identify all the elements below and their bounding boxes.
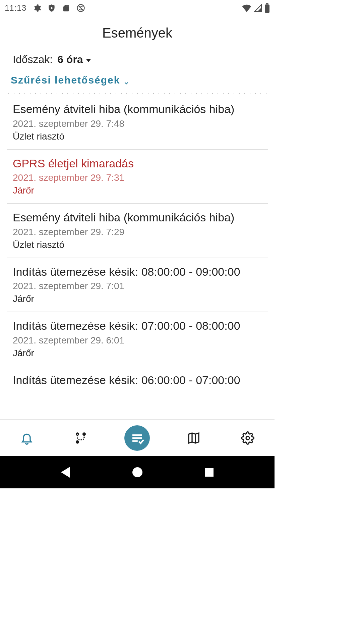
event-list[interactable]: Esemény átviteli hiba (kommunikációs hib… — [0, 95, 275, 419]
event-source: Járőr — [13, 293, 262, 304]
event-title: Esemény átviteli hiba (kommunikációs hib… — [13, 210, 262, 225]
page-title: Események — [0, 16, 275, 47]
nav-events-active[interactable] — [124, 425, 150, 451]
event-source: Üzlet riasztó — [13, 239, 262, 250]
event-title: Esemény átviteli hiba (kommunikációs hib… — [13, 102, 262, 116]
event-item[interactable]: GPRS életjel kimaradás 2021. szeptember … — [7, 150, 268, 204]
period-label: Időszak: — [13, 53, 53, 66]
period-selector-row: Időszak: 6 óra — [0, 47, 275, 69]
svg-marker-10 — [189, 433, 199, 443]
event-item[interactable]: Indítás ütemezése késik: 07:00:00 - 08:0… — [7, 312, 268, 366]
wifi-icon — [242, 4, 252, 12]
event-source: Üzlet riasztó — [13, 131, 262, 142]
event-date: 2021. szeptember 29. 7:29 — [13, 227, 262, 237]
event-item[interactable]: Esemény átviteli hiba (kommunikációs hib… — [7, 204, 268, 258]
svg-point-13 — [246, 436, 249, 440]
svg-rect-3 — [266, 3, 268, 5]
event-source: Járőr — [13, 348, 262, 359]
period-dropdown[interactable]: 6 óra — [57, 53, 91, 66]
nav-settings[interactable] — [238, 428, 258, 448]
no-sync-icon — [76, 3, 85, 13]
event-item[interactable]: Indítás ütemezése késik: 08:00:00 - 09:0… — [7, 258, 268, 312]
nav-route[interactable] — [71, 428, 91, 448]
home-key[interactable] — [131, 466, 144, 479]
caret-down-icon — [86, 59, 91, 62]
sd-card-icon — [62, 4, 70, 12]
cell-signal-icon — [254, 4, 262, 12]
battery-icon — [264, 3, 270, 13]
bottom-nav — [0, 419, 275, 456]
svg-point-4 — [76, 433, 79, 435]
shield-play-icon — [47, 4, 56, 12]
status-left-cluster: 11:13 — [5, 3, 85, 13]
event-item[interactable]: Indítás ütemezése késik: 06:00:00 - 07:0… — [7, 366, 268, 391]
chevron-down-icon — [123, 77, 129, 83]
event-date: 2021. szeptember 29. 7:01 — [13, 281, 262, 291]
dotted-divider — [6, 93, 268, 94]
filter-toggle[interactable]: Szűrési lehetőségek — [0, 69, 275, 93]
nav-alerts[interactable] — [17, 428, 37, 448]
event-date: 2021. szeptember 29. 7:48 — [13, 118, 262, 129]
event-title: Indítás ütemezése késik: 07:00:00 - 08:0… — [13, 319, 262, 333]
filter-label: Szűrési lehetőségek — [11, 74, 120, 86]
event-title: Indítás ütemezése késik: 08:00:00 - 09:0… — [13, 265, 262, 279]
event-date: 2021. szeptember 29. 7:31 — [13, 172, 262, 183]
nav-map[interactable] — [184, 428, 204, 448]
home-circle-icon — [132, 467, 142, 477]
svg-point-5 — [83, 433, 85, 435]
status-right-cluster — [242, 3, 270, 13]
status-bar: 11:13 — [0, 0, 275, 16]
recent-square-icon — [205, 468, 214, 477]
back-triangle-icon — [61, 467, 70, 478]
recent-key[interactable] — [202, 466, 216, 479]
event-title: Indítás ütemezése késik: 06:00:00 - 07:0… — [13, 373, 262, 387]
event-item[interactable]: Esemény átviteli hiba (kommunikációs hib… — [7, 95, 268, 150]
event-source: Járőr — [13, 185, 262, 196]
gear-icon — [33, 4, 41, 12]
back-key[interactable] — [59, 466, 72, 479]
android-soft-keys — [0, 456, 275, 488]
svg-point-6 — [76, 441, 79, 443]
status-time: 11:13 — [5, 3, 26, 13]
period-value-text: 6 óra — [57, 53, 83, 66]
svg-rect-2 — [265, 5, 269, 13]
event-date: 2021. szeptember 29. 6:01 — [13, 335, 262, 346]
event-title: GPRS életjel kimaradás — [13, 156, 262, 171]
